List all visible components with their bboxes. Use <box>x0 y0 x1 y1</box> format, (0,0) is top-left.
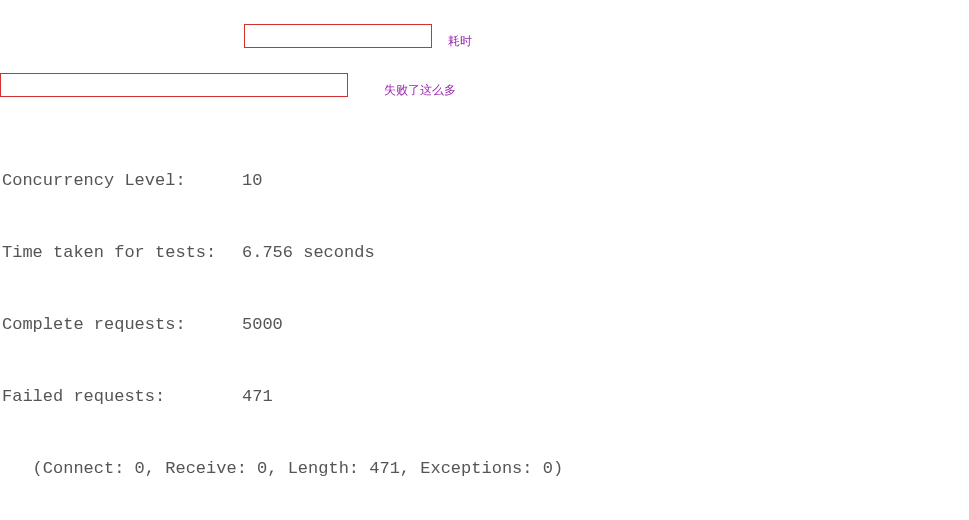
annotation-time-taken: 耗时 <box>448 29 472 53</box>
value-complete: 5000 <box>242 315 283 334</box>
row-failed: Failed requests:471 <box>2 385 969 409</box>
highlight-box-time-taken <box>244 24 432 48</box>
row-complete: Complete requests:5000 <box>2 313 969 337</box>
row-failed-breakdown: (Connect: 0, Receive: 0, Length: 471, Ex… <box>2 457 969 481</box>
highlight-box-failed-requests <box>0 73 348 97</box>
value-concurrency: 10 <box>242 171 262 190</box>
label-failed: Failed requests: <box>2 385 242 409</box>
terminal-output: 耗时 失败了这么多 Concurrency Level:10 Time take… <box>0 0 969 520</box>
annotation-failed-requests: 失败了这么多 <box>384 78 456 102</box>
value-time-taken: 6.756 seconds <box>242 243 375 262</box>
label-time-taken: Time taken for tests: <box>2 241 242 265</box>
label-complete: Complete requests: <box>2 313 242 337</box>
label-concurrency: Concurrency Level: <box>2 169 242 193</box>
value-failed: 471 <box>242 387 273 406</box>
row-concurrency: Concurrency Level:10 <box>2 169 969 193</box>
row-time-taken: Time taken for tests:6.756 seconds <box>2 241 969 265</box>
